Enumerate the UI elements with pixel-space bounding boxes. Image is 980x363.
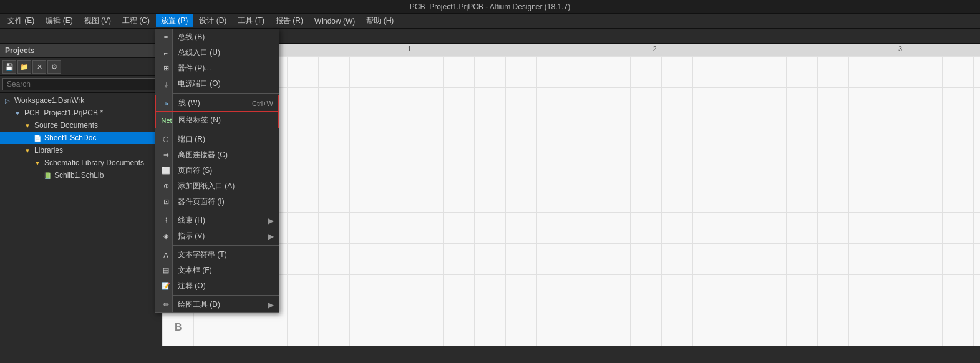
addsheet-icon: ⊕ [159, 178, 173, 194]
schlib-folder-icon: ▼ [32, 158, 42, 168]
menu-item-textstr[interactable]: A 文本字符串 (T) [155, 247, 279, 263]
ruler: 1 2 3 [162, 44, 980, 56]
menu-item-bus[interactable]: ≡ 总线 (B) [155, 29, 279, 45]
tree-item-project[interactable]: ▼ PCB_Project1.PrjPCB * [0, 107, 162, 119]
ruler-col2: 2 [653, 45, 657, 52]
port-icon: ⬡ [159, 132, 173, 147]
menu-item-component[interactable]: ⊞ 器件 (P)... [155, 60, 279, 76]
sep4 [155, 245, 279, 246]
sheet1-icon: 📄 [32, 133, 42, 143]
main-layout: Projects 💾 📁 ✕ ⚙ ▷ Workspace1.DsnWrk ▼ P… [0, 44, 980, 346]
tab-bar: Sheet1.SchDoc [0, 29, 980, 44]
menu-place[interactable]: 放置 (P) [156, 14, 193, 27]
menu-item-textbox[interactable]: ▤ 文本框 (F) [155, 263, 279, 278]
libraries-folder-icon: ▼ [22, 145, 32, 155]
pagesym-icon: ⬜ [159, 163, 173, 178]
menu-file[interactable]: 文件 (E) [2, 14, 39, 27]
menu-item-busentry[interactable]: ⌐ 总线入口 (U) [155, 45, 279, 60]
menu-item-directive[interactable]: ◈ 指示 (V) ▶ [155, 228, 279, 244]
sidebar-title: Projects [0, 44, 162, 58]
menu-item-pagesym[interactable]: ⬜ 页面符 (S) [155, 163, 279, 178]
menu-item-harness[interactable]: ⌇ 线束 (H) ▶ [155, 213, 279, 228]
menu-item-addsheet[interactable]: ⊕ 添加图纸入口 (A) [155, 178, 279, 194]
tree-item-libraries[interactable]: ▼ Libraries [0, 144, 162, 157]
tree-item-workspace[interactable]: ▷ Workspace1.DsnWrk [0, 94, 162, 107]
tree-item-schlib1[interactable]: 📗 Schlib1.SchLib [0, 169, 162, 182]
ruler-col1: 1 [407, 45, 411, 52]
menu-view[interactable]: 视图 (V) [79, 14, 116, 27]
ruler-col3: 3 [898, 45, 902, 52]
component-icon: ⊞ [159, 60, 173, 76]
menu-item-wire[interactable]: ≈ 线 (W) Ctrl+W [155, 95, 279, 112]
tree-item-source[interactable]: ▼ Source Documents [0, 119, 162, 132]
textbox-icon: ▤ [159, 263, 173, 278]
workspace-icon: ▷ [2, 95, 12, 105]
place-dropdown-menu: ≡ 总线 (B) ⌐ 总线入口 (U) ⊞ 器件 (P)... ⏚ 电源端口 (… [155, 29, 279, 313]
menu-edit[interactable]: 编辑 (E) [41, 14, 77, 27]
harness-icon: ⌇ [159, 213, 173, 228]
drawtool-arrow: ▶ [268, 301, 274, 309]
canvas-area: ⧫ + ▭ ▬ ⊞ ≡ — ⏚ ⊞ ℹ A ∿ 1 2 3 B [162, 44, 980, 346]
canvas-content: B [162, 56, 980, 346]
sidebar: Projects 💾 📁 ✕ ⚙ ▷ Workspace1.DsnWrk ▼ P… [0, 44, 162, 346]
menu-bar: 文件 (E) 编辑 (E) 视图 (V) 工程 (C) 放置 (P) 设计 (D… [0, 14, 980, 29]
canvas-label-b: B [175, 322, 182, 333]
sidebar-save-btn[interactable]: 💾 [2, 60, 16, 74]
menu-tools[interactable]: 工具 (T) [233, 14, 269, 27]
menu-item-sheetconn[interactable]: ⇒ 离图连接器 (C) [155, 147, 279, 163]
note-icon: 📝 [159, 278, 173, 294]
menu-report[interactable]: 报告 (R) [271, 14, 308, 27]
busentry-icon: ⌐ [159, 45, 173, 60]
sidebar-settings-btn[interactable]: ⚙ [47, 60, 61, 74]
schlib1-icon: 📗 [42, 170, 52, 180]
sidebar-search-area [0, 76, 162, 93]
search-input[interactable] [2, 78, 159, 90]
title-bar: PCB_Project1.PrjPCB - Altium Designer (1… [0, 0, 980, 14]
harness-arrow: ▶ [268, 216, 274, 225]
sep5 [155, 295, 279, 296]
power-icon: ⏚ [159, 76, 173, 92]
schematic-background [162, 56, 980, 346]
menu-item-drawtool[interactable]: ✏ 绘图工具 (D) ▶ [155, 297, 279, 312]
wire-icon: ≈ [160, 95, 173, 111]
sidebar-close-btn[interactable]: ✕ [32, 60, 46, 74]
tree-item-schlib-folder[interactable]: ▼ Schematic Library Documents [0, 157, 162, 169]
drawtool-icon: ✏ [159, 297, 173, 312]
tree-area: ▷ Workspace1.DsnWrk ▼ PCB_Project1.PrjPC… [0, 93, 162, 346]
directive-icon: ◈ [159, 228, 173, 244]
tree-item-sheet1[interactable]: 📄 Sheet1.SchDoc [0, 132, 162, 144]
menu-project[interactable]: 工程 (C) [117, 14, 155, 27]
sidebar-toolbar: 💾 📁 ✕ ⚙ [0, 58, 162, 76]
sep2 [155, 130, 279, 130]
menu-design[interactable]: 设计 (D) [194, 14, 231, 27]
sep1 [155, 93, 279, 94]
textstr-icon: A [159, 247, 173, 263]
bus-icon: ≡ [159, 29, 173, 45]
menu-item-note[interactable]: 📝 注释 (O) [155, 278, 279, 294]
project-icon: ▼ [12, 108, 22, 118]
directive-arrow: ▶ [268, 232, 274, 241]
sep3 [155, 211, 279, 211]
source-folder-icon: ▼ [22, 120, 32, 130]
menu-window[interactable]: Window (W) [309, 16, 360, 27]
menu-item-port[interactable]: ⬡ 端口 (R) [155, 132, 279, 147]
menu-item-netlabel[interactable]: Net 网络标签 (N) [155, 112, 279, 128]
menu-item-compsym[interactable]: ⊡ 器件页面符 (I) [155, 194, 279, 210]
menu-help[interactable]: 帮助 (H) [361, 14, 399, 27]
menu-item-power[interactable]: ⏚ 电源端口 (O) [155, 76, 279, 92]
compsym-icon: ⊡ [159, 194, 173, 210]
netlabel-icon: Net [160, 112, 173, 128]
sidebar-open-btn[interactable]: 📁 [17, 60, 31, 74]
sheetconn-icon: ⇒ [159, 147, 173, 163]
title-text: PCB_Project1.PrjPCB - Altium Designer (1… [410, 2, 570, 11]
